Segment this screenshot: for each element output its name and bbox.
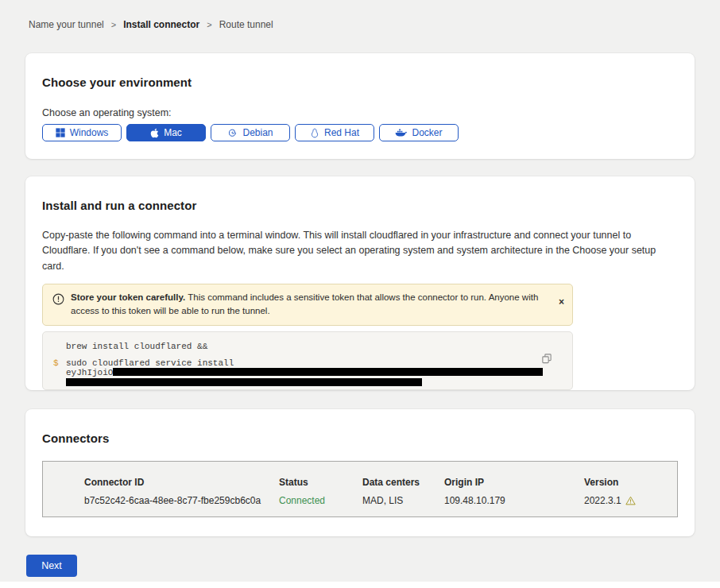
connectors-card: Connectors Connector ID Status Data cent… [25, 409, 695, 536]
connectors-card-title: Connectors [42, 431, 678, 445]
cell-connector-id: b7c52c42-6caa-48ee-8c77-fbe259cb6c0a [84, 495, 279, 506]
install-card-title: Install and run a connector [42, 199, 678, 212]
col-header-data-centers: Data centers [362, 477, 444, 488]
breadcrumb: Name your tunnel > Install connector > R… [0, 0, 720, 30]
redhat-linux-penguin-icon [310, 128, 319, 138]
copy-icon[interactable] [542, 354, 552, 366]
token-warning-banner: Store your token carefully. This command… [42, 284, 573, 326]
connectors-table-header: Connector ID Status Data centers Origin … [43, 462, 677, 488]
docker-whale-icon [395, 128, 407, 137]
shell-prompt: $ [53, 358, 66, 388]
breadcrumb-separator: > [207, 20, 211, 29]
breadcrumb-separator: > [111, 20, 116, 29]
next-button[interactable]: Next [26, 555, 77, 577]
token-redaction-bar [113, 368, 543, 376]
environment-card: Choose your environment Choose an operat… [25, 53, 695, 159]
code-token-line-2 [66, 377, 543, 388]
cell-data-centers: MAD, LIS [362, 495, 444, 506]
version-value: 2022.3.1 [584, 495, 621, 506]
os-button-label: Docker [412, 127, 442, 138]
col-header-version: Version [584, 477, 669, 488]
code-line-brew: brew install cloudflared && [53, 342, 561, 351]
bottom-bar [0, 582, 720, 588]
alert-circle-icon [52, 293, 64, 305]
table-row: b7c52c42-6caa-48ee-8c77-fbe259cb6c0a Con… [43, 488, 677, 506]
code-text-service-install: sudo cloudflared service install [66, 358, 543, 368]
os-button-debian[interactable]: Debian [211, 124, 290, 141]
os-button-label: Mac [164, 127, 182, 138]
os-button-label: Windows [70, 127, 109, 138]
apple-icon [150, 128, 159, 138]
col-header-origin-ip: Origin IP [444, 477, 584, 488]
install-description: Copy-paste the following command into a … [42, 228, 678, 274]
install-command-codeblock[interactable]: brew install cloudflared && $ sudo cloud… [42, 331, 573, 390]
debian-icon [227, 128, 238, 138]
token-redaction-bar [66, 378, 422, 386]
close-icon[interactable]: × [559, 297, 564, 307]
col-header-connector-id: Connector ID [84, 477, 279, 488]
code-line-install: $ sudo cloudflared service install eyJhI… [53, 358, 561, 388]
status-badge: Connected [279, 495, 362, 506]
os-button-mac[interactable]: Mac [126, 124, 206, 141]
os-button-windows[interactable]: Windows [42, 124, 122, 141]
cell-origin-ip: 109.48.10.179 [444, 495, 584, 506]
connectors-table: Connector ID Status Data centers Origin … [42, 461, 678, 517]
os-button-redhat[interactable]: Red Hat [295, 124, 374, 141]
breadcrumb-name-your-tunnel[interactable]: Name your tunnel [29, 19, 104, 30]
token-prefix: eyJhIjoiO [66, 368, 113, 377]
breadcrumb-install-connector[interactable]: Install connector [123, 19, 199, 30]
token-warning-bold: Store your token carefully. [71, 292, 185, 302]
col-header-status: Status [279, 477, 362, 488]
os-button-label: Debian [242, 127, 273, 138]
code-token-line: eyJhIjoiO [66, 368, 543, 377]
environment-card-title: Choose your environment [42, 75, 678, 89]
os-select-label: Choose an operating system: [42, 107, 678, 118]
token-warning-text: Store your token carefully. This command… [71, 291, 552, 319]
version-warning-icon [625, 496, 636, 505]
windows-icon [56, 128, 65, 137]
install-card: Install and run a connector Copy-paste t… [25, 176, 695, 390]
cell-version: 2022.3.1 [584, 495, 669, 506]
os-button-label: Red Hat [324, 127, 359, 138]
breadcrumb-route-tunnel[interactable]: Route tunnel [219, 19, 273, 30]
code-text-brew: brew install cloudflared && [66, 342, 207, 351]
os-button-group: Windows Mac Debian Red Hat Docker [42, 124, 678, 141]
os-button-docker[interactable]: Docker [379, 124, 459, 141]
